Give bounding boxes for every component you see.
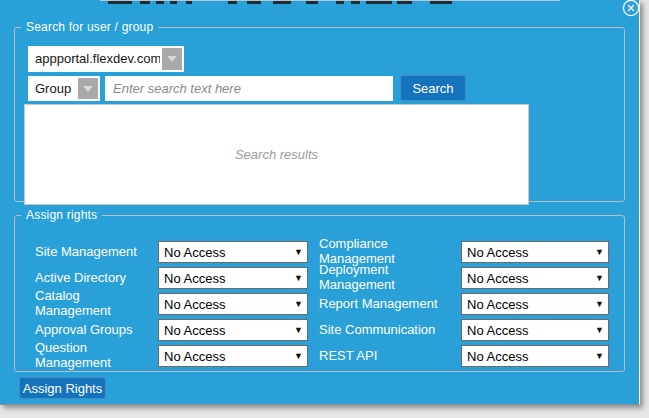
select-rest-api[interactable]: No Access [461,345,609,367]
assign-rights-dialog: Search for user / group appportal.flexde… [0,0,640,405]
search-results-placeholder: Search results [235,147,318,162]
search-type-dropdown[interactable]: Group [28,76,100,101]
select-site-management[interactable]: No Access [158,241,308,263]
label-site-communication: Site Communication [319,323,461,338]
label-question-management: Question Management [35,341,127,370]
label-active-directory: Active Directory [35,271,158,286]
select-catalog-management[interactable]: No Access [158,293,308,315]
label-deployment-management: Deployment Management [319,263,461,292]
close-icon[interactable] [622,0,640,17]
search-groupbox-title: Search for user / group [21,20,158,34]
chevron-down-icon[interactable] [162,48,182,70]
rights-grid: Site Management No Access Compliance Man… [35,239,618,369]
domain-dropdown-value: appportal.flexdev.com [30,48,160,70]
select-approval-groups[interactable]: No Access [158,319,308,341]
label-rest-api: REST API [319,349,461,364]
domain-dropdown[interactable]: appportal.flexdev.com [28,46,184,72]
select-report-management[interactable]: No Access [461,293,609,315]
assign-rights-groupbox: Assign rights Site Management No Access … [14,208,625,372]
search-button[interactable]: Search [400,75,466,101]
label-catalog-management: Catalog Management [35,289,158,318]
label-report-management: Report Management [319,297,461,312]
select-compliance-management[interactable]: No Access [461,241,609,263]
select-deployment-management[interactable]: No Access [461,267,609,289]
assign-rights-button[interactable]: Assign Rights [19,377,106,399]
assign-rights-groupbox-title: Assign rights [21,208,102,222]
search-input[interactable] [105,76,393,101]
search-results-list[interactable]: Search results [24,104,529,205]
select-site-communication[interactable]: No Access [461,319,609,341]
search-groupbox: Search for user / group appportal.flexde… [14,20,625,202]
search-type-dropdown-value: Group [30,78,76,99]
background-page-clipped-text [0,0,640,6]
label-site-management: Site Management [35,245,158,260]
select-question-management[interactable]: No Access [158,345,308,367]
label-approval-groups: Approval Groups [35,323,158,338]
background-page-edge [100,0,560,1]
chevron-down-icon[interactable] [78,78,98,99]
select-active-directory[interactable]: No Access [158,267,308,289]
